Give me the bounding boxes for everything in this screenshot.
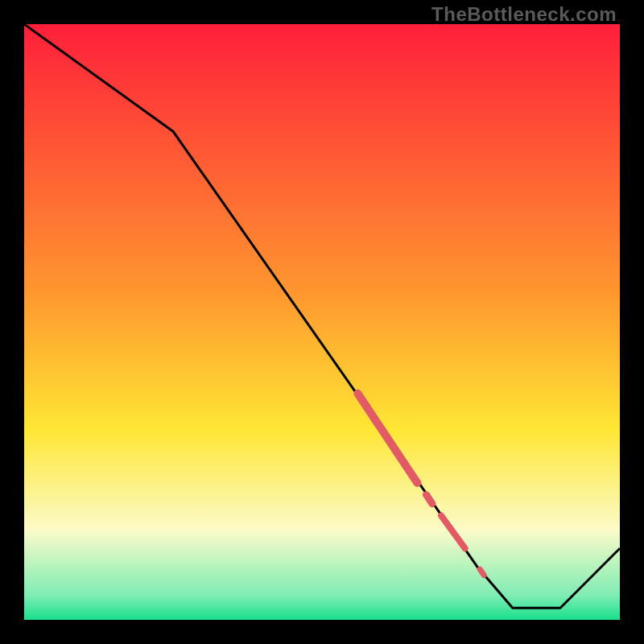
watermark-label: TheBottleneck.com <box>431 3 617 26</box>
plot-area <box>24 24 620 620</box>
highlight-segment-1 <box>427 495 432 504</box>
plot-svg <box>24 24 620 620</box>
chart-frame: TheBottleneck.com <box>0 0 644 644</box>
gradient-background <box>24 24 620 620</box>
highlight-segment-3 <box>480 569 484 575</box>
